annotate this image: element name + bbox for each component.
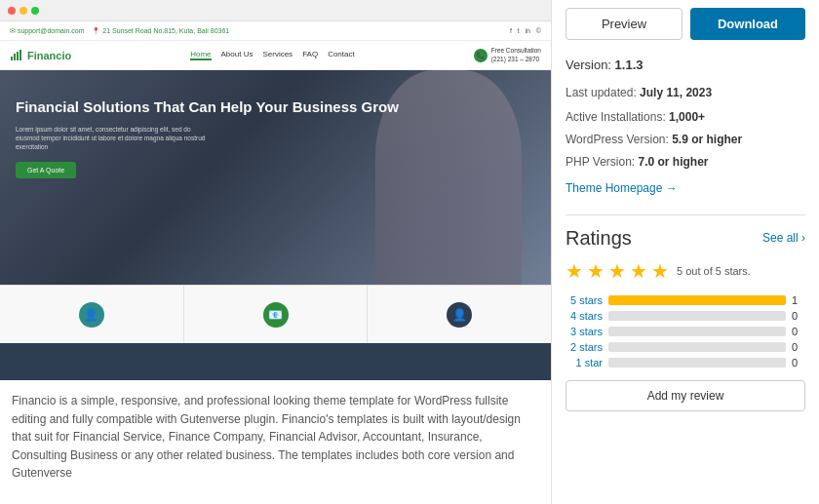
theme-homepage-link[interactable]: Theme Homepage → <box>566 177 678 200</box>
stars-row: ★ ★ ★ ★ ★ 5 out of 5 stars. <box>566 259 805 283</box>
browser-dot-red <box>8 7 16 15</box>
rating-bar-label-1: 4 stars <box>566 310 603 322</box>
rating-bar-count-1: 0 <box>792 310 805 322</box>
ratings-header: Ratings See all › <box>566 227 805 250</box>
star-2: ★ <box>587 259 604 283</box>
action-buttons: Preview Download <box>566 8 805 40</box>
stars-label: 5 out of 5 stars. <box>677 265 751 277</box>
browser-dot-green <box>31 7 39 15</box>
star-1: ★ <box>566 259 583 283</box>
ratings-section: Ratings See all › ★ ★ ★ ★ ★ 5 out of 5 s… <box>566 227 805 411</box>
rating-bar-row-3: 2 stars 0 <box>566 341 805 353</box>
site-cards: 👤 📧 👤 <box>0 285 551 343</box>
rating-bar-row-0: 5 stars 1 <box>566 294 805 306</box>
site-card-1: 👤 <box>0 286 184 343</box>
card-icon-3: 👤 <box>447 302 472 328</box>
site-card-2: 📧 <box>184 286 369 343</box>
rating-bar-track-3 <box>608 342 786 352</box>
theme-preview: ✉ support@domain.com 📍 21 Sunset Road No… <box>0 0 551 380</box>
ratings-title: Ratings <box>566 227 632 250</box>
hero-body: Lorem ipsum dolor sit amet, consectetur … <box>16 125 211 151</box>
browser-bar <box>0 0 551 21</box>
site-nav-phone: 📞 Free Consultation(221) 231 – 2870 <box>474 47 541 63</box>
rating-bar-fill-0 <box>608 295 786 305</box>
phone-icon: 📞 <box>474 49 488 62</box>
app-layout: ✉ support@domain.com 📍 21 Sunset Road No… <box>0 0 819 504</box>
rating-bar-label-2: 3 stars <box>566 326 603 337</box>
svg-rect-3 <box>20 50 21 60</box>
browser-dot-yellow <box>20 7 27 15</box>
rating-bar-track-2 <box>608 327 786 336</box>
rating-bar-row-1: 4 stars 0 <box>566 310 805 322</box>
rating-bar-count-4: 0 <box>792 357 805 368</box>
hero-title: Financial Solutions That Can Help Your B… <box>16 97 535 117</box>
php-version-row: PHP Version: 7.0 or higher <box>566 151 805 174</box>
svg-rect-1 <box>14 54 16 60</box>
site-logo: Financio <box>10 49 71 62</box>
logo-icon <box>10 49 23 62</box>
site-topbar-social: f t in © <box>510 27 541 34</box>
active-installs-value: 1,000+ <box>669 110 705 124</box>
rating-bar-count-3: 0 <box>792 341 805 353</box>
rating-bar-track-1 <box>608 311 786 321</box>
site-topbar: ✉ support@domain.com 📍 21 Sunset Road No… <box>0 21 551 41</box>
site-navbar: Financio Home About Us Services FAQ Cont… <box>0 41 551 70</box>
star-5: ★ <box>651 259 669 283</box>
download-button[interactable]: Download <box>690 8 805 40</box>
meta-info: Version: 1.1.3 Last updated: July 11, 20… <box>566 54 805 201</box>
rating-bar-label-4: 1 star <box>566 357 603 368</box>
php-version-value: 7.0 or higher <box>639 155 709 169</box>
right-panel: Preview Download Version: 1.1.3 Last upd… <box>551 0 819 504</box>
svg-rect-0 <box>11 57 13 60</box>
add-review-button[interactable]: Add my review <box>566 380 805 411</box>
rating-bar-row-2: 3 stars 0 <box>566 326 805 337</box>
rating-bar-label-3: 2 stars <box>566 341 603 353</box>
rating-bars-container: 5 stars 1 4 stars 0 3 stars 0 2 stars 0 <box>566 294 805 368</box>
see-all-link[interactable]: See all › <box>762 231 805 245</box>
left-panel: ✉ support@domain.com 📍 21 Sunset Road No… <box>0 0 551 504</box>
star-3: ★ <box>608 259 626 283</box>
last-updated-row: Last updated: July 11, 2023 <box>566 82 805 104</box>
preview-button[interactable]: Preview <box>566 8 682 40</box>
rating-bar-track-4 <box>608 358 786 368</box>
wp-version-value: 5.9 or higher <box>672 133 742 146</box>
rating-bar-label-0: 5 stars <box>566 294 603 306</box>
card-icon-2: 📧 <box>263 302 289 328</box>
site-hero: Financial Solutions That Can Help Your B… <box>0 70 551 285</box>
star-4: ★ <box>630 259 647 283</box>
site-topbar-contact: ✉ support@domain.com 📍 21 Sunset Road No… <box>10 27 229 35</box>
rating-bar-track-0 <box>608 295 786 305</box>
version-row: Version: 1.1.3 <box>566 54 805 78</box>
rating-bar-row-4: 1 star 0 <box>566 357 805 368</box>
rating-bar-count-2: 0 <box>792 326 805 337</box>
active-installs-row: Active Installations: 1,000+ <box>566 106 805 129</box>
card-icon-1: 👤 <box>79 302 104 328</box>
svg-rect-2 <box>17 52 19 60</box>
rating-bar-count-0: 1 <box>792 294 805 306</box>
site-nav: Home About Us Services FAQ Contact <box>190 50 355 60</box>
site-hero-content: Financial Solutions That Can Help Your B… <box>0 70 551 178</box>
wp-version-row: WordPress Version: 5.9 or higher <box>566 129 805 151</box>
site-card-3: 👤 <box>368 286 551 343</box>
theme-description: Financio is a simple, responsive, and pr… <box>0 380 551 492</box>
last-updated-value: July 11, 2023 <box>640 86 712 99</box>
divider <box>566 214 805 215</box>
get-quote-button[interactable]: Get A Quote <box>16 162 76 178</box>
version-value: 1.1.3 <box>615 58 644 72</box>
